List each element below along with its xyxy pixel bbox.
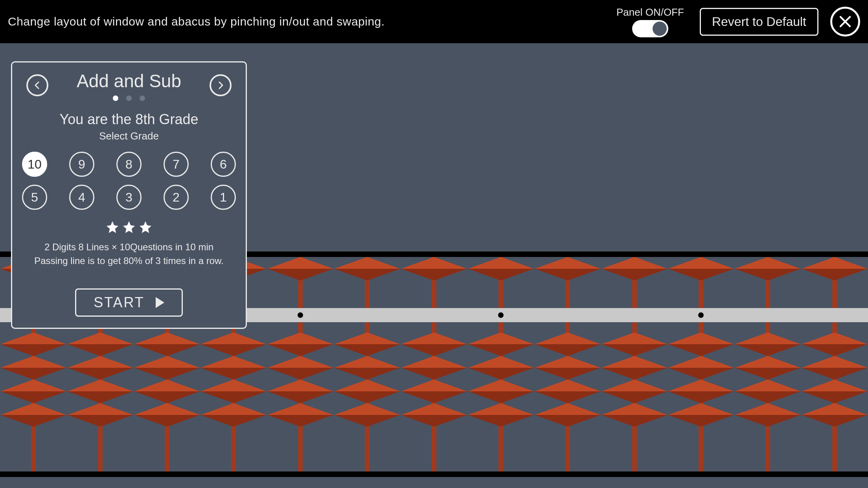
abacus-bead[interactable] (134, 332, 200, 356)
abacus-bead[interactable] (668, 380, 734, 403)
abacus-bead[interactable] (134, 380, 200, 403)
abacus-bead[interactable] (200, 332, 267, 356)
abacus-bead[interactable] (267, 356, 333, 380)
start-button[interactable]: START (75, 288, 183, 317)
abacus-column[interactable] (401, 257, 467, 281)
grade-button-1[interactable]: 1 (211, 185, 236, 210)
abacus-bead[interactable] (601, 356, 668, 380)
grade-button-8[interactable]: 8 (116, 152, 142, 177)
grade-button-7[interactable]: 7 (164, 152, 189, 177)
abacus-column[interactable] (267, 332, 333, 427)
abacus-bead[interactable] (468, 356, 534, 380)
abacus-column[interactable] (535, 332, 601, 427)
abacus-column[interactable] (67, 332, 133, 427)
abacus-bead[interactable] (668, 356, 734, 380)
abacus-bead[interactable] (802, 356, 868, 380)
abacus-column[interactable] (535, 257, 601, 281)
abacus-bead[interactable] (267, 257, 333, 281)
abacus-bead[interactable] (468, 380, 534, 403)
abacus-column[interactable] (735, 332, 801, 427)
abacus-bead[interactable] (334, 380, 400, 403)
abacus-bead[interactable] (735, 356, 801, 380)
abacus-bead[interactable] (401, 403, 467, 427)
abacus-bead[interactable] (802, 403, 868, 427)
abacus-column[interactable] (200, 332, 267, 427)
abacus-bead[interactable] (535, 403, 601, 427)
abacus-bead[interactable] (67, 356, 133, 380)
abacus-bead[interactable] (267, 380, 333, 403)
abacus-bead[interactable] (535, 380, 601, 403)
abacus-bead[interactable] (735, 332, 801, 356)
abacus-bead[interactable] (134, 356, 200, 380)
abacus-bead[interactable] (0, 332, 66, 356)
abacus-bead[interactable] (267, 332, 333, 356)
abacus-column[interactable] (802, 257, 868, 281)
abacus-bead[interactable] (0, 403, 66, 427)
abacus-bead[interactable] (334, 356, 400, 380)
abacus-bead[interactable] (468, 257, 534, 281)
abacus-bead[interactable] (468, 332, 534, 356)
abacus-bead[interactable] (334, 332, 400, 356)
prev-mode-button[interactable] (26, 74, 48, 96)
abacus-bead[interactable] (802, 332, 868, 356)
abacus-bead[interactable] (334, 403, 400, 427)
abacus-column[interactable] (601, 257, 668, 281)
abacus-column[interactable] (802, 332, 868, 427)
grade-button-9[interactable]: 9 (69, 152, 94, 177)
abacus-bead[interactable] (535, 332, 601, 356)
close-button[interactable] (830, 7, 860, 37)
grade-button-5[interactable]: 5 (22, 185, 47, 210)
abacus-bead[interactable] (668, 257, 734, 281)
next-mode-button[interactable] (210, 74, 232, 96)
abacus-column[interactable] (267, 257, 333, 281)
abacus-bead[interactable] (601, 257, 668, 281)
abacus-bead[interactable] (802, 380, 868, 403)
abacus-bead[interactable] (200, 356, 267, 380)
abacus-bead[interactable] (601, 380, 668, 403)
abacus-bead[interactable] (134, 403, 200, 427)
abacus-column[interactable] (401, 332, 467, 427)
abacus-bead[interactable] (0, 356, 66, 380)
abacus-bead[interactable] (200, 380, 267, 403)
abacus-bead[interactable] (802, 257, 868, 281)
abacus-bead[interactable] (267, 403, 333, 427)
abacus-bead[interactable] (401, 380, 467, 403)
abacus-bead[interactable] (200, 403, 267, 427)
grade-button-10[interactable]: 10 (22, 152, 47, 177)
grade-button-6[interactable]: 6 (211, 152, 236, 177)
abacus-bead[interactable] (535, 257, 601, 281)
abacus-bead[interactable] (601, 332, 668, 356)
abacus-bead[interactable] (0, 380, 66, 403)
abacus-column[interactable] (668, 257, 734, 281)
abacus-bead[interactable] (401, 257, 467, 281)
grade-button-4[interactable]: 4 (69, 185, 94, 210)
abacus-bead[interactable] (67, 380, 133, 403)
page-dot[interactable] (140, 95, 145, 101)
abacus-bead[interactable] (601, 403, 668, 427)
abacus-column[interactable] (334, 332, 400, 427)
abacus-column[interactable] (601, 332, 668, 427)
abacus-column[interactable] (134, 332, 200, 427)
abacus-bead[interactable] (67, 403, 133, 427)
abacus-column[interactable] (334, 257, 400, 281)
abacus-column[interactable] (735, 257, 801, 281)
abacus-bead[interactable] (468, 403, 534, 427)
abacus-column[interactable] (0, 332, 66, 427)
revert-to-default-button[interactable]: Revert to Default (700, 8, 818, 36)
abacus-bead[interactable] (535, 356, 601, 380)
abacus-bead[interactable] (668, 403, 734, 427)
abacus-bead[interactable] (401, 332, 467, 356)
abacus-bead[interactable] (668, 332, 734, 356)
page-dot[interactable] (126, 95, 132, 101)
abacus-column[interactable] (668, 332, 734, 427)
abacus-bead[interactable] (401, 356, 467, 380)
page-dot[interactable] (113, 95, 118, 101)
abacus-bead[interactable] (735, 403, 801, 427)
abacus-column[interactable] (468, 257, 534, 281)
abacus-column[interactable] (468, 332, 534, 427)
abacus-bead[interactable] (735, 257, 801, 281)
grade-button-2[interactable]: 2 (164, 185, 189, 210)
abacus-bead[interactable] (334, 257, 400, 281)
abacus-bead[interactable] (735, 380, 801, 403)
grade-button-3[interactable]: 3 (116, 185, 142, 210)
